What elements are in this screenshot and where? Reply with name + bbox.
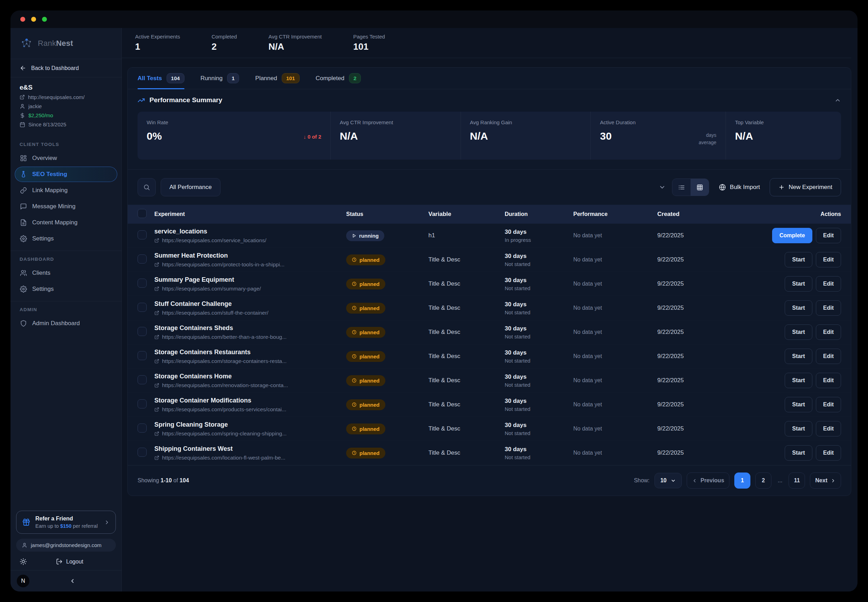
page-size-select[interactable]: 10: [654, 473, 682, 488]
start-button[interactable]: Start: [785, 397, 812, 412]
logout-icon: [56, 558, 63, 565]
refer-a-friend-card[interactable]: Refer a Friend Earn up to $150 per refer…: [16, 511, 116, 534]
account-email[interactable]: james@grindstonedesign.com: [16, 539, 116, 551]
experiment-name: Stuff Container Challenge: [154, 300, 346, 308]
sidebar-item-settings[interactable]: Settings: [15, 231, 117, 246]
tab-completed[interactable]: Completed2: [316, 68, 361, 89]
row-checkbox[interactable]: [138, 424, 147, 433]
row-checkbox[interactable]: [138, 303, 147, 312]
experiment-url[interactable]: https://esequipsales.com/spring-cleaning…: [154, 430, 346, 437]
start-button[interactable]: Start: [785, 324, 812, 340]
logout-button[interactable]: Logout: [56, 558, 83, 565]
start-button[interactable]: Start: [785, 252, 812, 267]
sidebar-item-message-mining[interactable]: Message Mining: [15, 199, 117, 214]
ranknest-logo-icon: [20, 37, 34, 51]
performance-filter-dropdown[interactable]: All Performance: [161, 178, 221, 197]
start-button[interactable]: Start: [785, 421, 812, 436]
experiment-url[interactable]: https://esequipsales.com/location-fl-wes…: [154, 455, 346, 461]
tab-planned[interactable]: Planned101: [255, 68, 299, 89]
created-cell: 9/22/2025: [657, 353, 768, 360]
sidebar-item-seo-testing[interactable]: SEO Testing: [15, 167, 117, 182]
experiment-name: Shipping Containers West: [154, 445, 346, 453]
start-button[interactable]: Start: [785, 373, 812, 388]
start-button[interactable]: Start: [785, 349, 812, 364]
clock-icon: [352, 426, 356, 431]
tab-label: Running: [201, 75, 223, 82]
sidebar-item-overview[interactable]: Overview: [15, 150, 117, 166]
edit-button[interactable]: Edit: [816, 397, 841, 412]
row-checkbox[interactable]: [138, 375, 147, 384]
collapse-sidebar-button[interactable]: [69, 578, 75, 584]
sidebar-item-settings[interactable]: Settings: [15, 281, 117, 297]
clock-icon: [352, 378, 356, 383]
edit-button[interactable]: Edit: [816, 276, 841, 292]
search-button[interactable]: [138, 178, 156, 197]
minimize-window-button[interactable]: [31, 17, 36, 22]
edit-button[interactable]: Edit: [816, 445, 841, 461]
edit-button[interactable]: Edit: [816, 349, 841, 364]
client-url[interactable]: http://esequipsales.com/: [20, 94, 112, 100]
row-checkbox[interactable]: [138, 327, 147, 336]
experiment-url[interactable]: https://esequipsales.com/stuff-the-conta…: [154, 310, 346, 316]
row-checkbox[interactable]: [138, 279, 147, 288]
column-header-created: Created: [657, 211, 768, 218]
experiment-url[interactable]: https://esequipsales.com/service_locatio…: [154, 237, 346, 244]
edit-button[interactable]: Edit: [816, 373, 841, 388]
performance-cell: No data yet: [573, 256, 657, 263]
page-button-11[interactable]: 11: [788, 473, 805, 488]
performance-cell: No data yet: [573, 401, 657, 408]
row-checkbox[interactable]: [138, 230, 147, 240]
previous-page-button[interactable]: Previous: [687, 473, 730, 488]
sidebar-item-admin-dashboard[interactable]: Admin Dashboard: [15, 316, 117, 331]
sidebar-item-clients[interactable]: Clients: [15, 265, 117, 281]
row-checkbox[interactable]: [138, 399, 147, 408]
back-to-dashboard-link[interactable]: Back to Dashboard: [11, 59, 121, 77]
edit-button[interactable]: Edit: [816, 228, 841, 243]
complete-button[interactable]: Complete: [772, 228, 812, 243]
experiment-url[interactable]: https://esequipsales.com/better-than-a-s…: [154, 334, 346, 340]
experiment-url[interactable]: https://esequipsales.com/renovation-stor…: [154, 382, 346, 389]
brand-name: RankNest: [38, 39, 73, 48]
perf-metric-label: Active Duration: [600, 119, 716, 125]
edit-button[interactable]: Edit: [816, 252, 841, 267]
row-checkbox[interactable]: [138, 351, 147, 360]
stat-value: 1: [135, 41, 180, 52]
new-experiment-button[interactable]: New Experiment: [770, 178, 841, 197]
edit-button[interactable]: Edit: [816, 324, 841, 340]
zoom-window-button[interactable]: [42, 17, 47, 22]
row-checkbox[interactable]: [138, 255, 147, 264]
duration-cell: 30 daysNot started: [505, 398, 573, 412]
page-button-2[interactable]: 2: [755, 473, 771, 488]
avatar[interactable]: N: [17, 575, 29, 587]
status-badge-planned: planned: [346, 375, 386, 386]
external-link-icon: [154, 262, 159, 267]
sidebar-item-link-mapping[interactable]: Link Mapping: [15, 183, 117, 198]
start-button[interactable]: Start: [785, 445, 812, 461]
experiment-url[interactable]: https://esequipsales.com/products-servic…: [154, 406, 346, 413]
experiment-url[interactable]: https://esequipsales.com/protect-tools-i…: [154, 261, 346, 268]
close-window-button[interactable]: [20, 17, 25, 22]
edit-button[interactable]: Edit: [816, 300, 841, 316]
edit-button[interactable]: Edit: [816, 421, 841, 436]
start-button[interactable]: Start: [785, 300, 812, 316]
tab-all-tests[interactable]: All Tests104: [138, 68, 184, 89]
collapse-section-chevron-up-icon[interactable]: [834, 97, 841, 104]
chevron-down-icon[interactable]: [659, 184, 666, 191]
experiment-url[interactable]: https://esequipsales.com/storage-contain…: [154, 358, 346, 364]
select-all-checkbox[interactable]: [138, 209, 147, 218]
theme-toggle-sun-icon[interactable]: [20, 558, 27, 565]
dollar-icon: [20, 113, 25, 118]
list-view-button[interactable]: [672, 179, 691, 196]
page-button-1[interactable]: 1: [734, 473, 750, 488]
trending-up-icon: [138, 97, 145, 104]
grid-view-button[interactable]: [691, 179, 709, 196]
row-checkbox[interactable]: [138, 448, 147, 457]
sidebar-item-content-mapping[interactable]: Content Mapping: [15, 215, 117, 230]
external-link-icon: [154, 335, 159, 339]
tab-running[interactable]: Running1: [201, 68, 240, 89]
next-page-button[interactable]: Next: [810, 473, 841, 488]
bulk-import-button[interactable]: Bulk Import: [715, 184, 764, 191]
clock-icon: [352, 354, 356, 359]
start-button[interactable]: Start: [785, 276, 812, 292]
experiment-url[interactable]: https://esequipsales.com/summary-page/: [154, 286, 346, 292]
